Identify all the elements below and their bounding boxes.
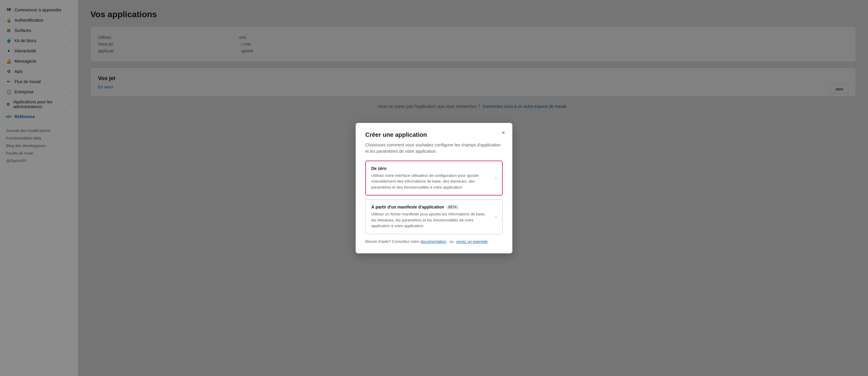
option2-chevron-icon: › xyxy=(495,214,497,219)
modal-footer-separator: , ou xyxy=(447,239,454,244)
modal-option-from-scratch[interactable]: De zéro Utilisez notre interface utilisa… xyxy=(365,161,503,196)
modal-subtitle: Choisissez comment vous souhaitez config… xyxy=(365,142,503,155)
option2-content: À partir d'un manifeste d'application BÊ… xyxy=(371,205,492,229)
beta-badge: BÊTA xyxy=(447,205,459,209)
modal-footer-text: Besoin d'aide? Consultez notre xyxy=(365,239,420,244)
option2-header: À partir d'un manifeste d'application BÊ… xyxy=(371,205,492,209)
modal-footer-link1[interactable]: documentation xyxy=(421,239,446,244)
option2-title: À partir d'un manifeste d'application xyxy=(371,205,444,209)
modal-close-button[interactable]: × xyxy=(500,128,506,137)
modal-option-from-manifest[interactable]: À partir d'un manifeste d'application BÊ… xyxy=(365,199,503,234)
modal-create-app: Créer une application × Choisissez comme… xyxy=(355,123,513,253)
modal-title: Créer une application xyxy=(365,131,503,138)
option1-title: De zéro xyxy=(371,166,492,171)
option1-chevron-icon: › xyxy=(495,175,497,181)
option1-description: Utilisez notre interface utilisateur de … xyxy=(371,173,492,190)
option1-content: De zéro Utilisez notre interface utilisa… xyxy=(371,166,492,190)
option2-description: Utilisez un fichier manifeste pour ajout… xyxy=(371,211,492,229)
modal-footer: Besoin d'aide? Consultez notre documenta… xyxy=(365,239,503,244)
modal-overlay: Créer une application × Choisissez comme… xyxy=(0,0,868,376)
modal-footer-link2[interactable]: voyez un exemple xyxy=(456,239,488,244)
